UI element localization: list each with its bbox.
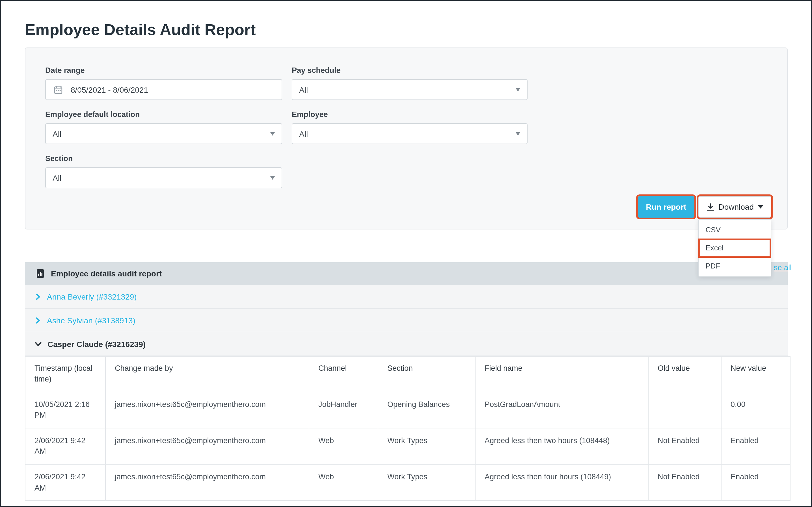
chevron-down-icon bbox=[516, 88, 520, 91]
actions-row: Run report Download CSV Excel PDF bbox=[45, 196, 771, 218]
employee-value: All bbox=[299, 129, 308, 138]
table-cell: Web bbox=[309, 464, 378, 501]
date-range-input[interactable]: 8/05/2021 - 8/06/2021 bbox=[45, 79, 282, 100]
table-cell: james.nixon+test65c@employmenthero.com bbox=[105, 428, 309, 464]
table-cell bbox=[648, 392, 721, 428]
column-header: Section bbox=[378, 356, 475, 392]
audit-table: Timestamp (local time) Change made by Ch… bbox=[25, 356, 791, 501]
date-range-label: Date range bbox=[45, 65, 282, 76]
employee-field: Employee All bbox=[292, 109, 528, 144]
table-row: 2/06/2021 9:42 AM james.nixon+test65c@em… bbox=[25, 464, 790, 501]
filter-panel: Date range 8/05/2021 - 8/06/ bbox=[25, 48, 788, 229]
employee-link[interactable]: Ashe Sylvian (#3138913) bbox=[47, 316, 136, 325]
section-value: All bbox=[53, 173, 61, 182]
table-cell: Opening Balances bbox=[378, 392, 475, 428]
report-section: Employee details audit report Anna Bever… bbox=[25, 262, 788, 501]
pay-schedule-field: Pay schedule All bbox=[292, 65, 528, 100]
app-window: Employee Details Audit Report Date range bbox=[0, 0, 812, 507]
screenshot-stage: Employee Details Audit Report Date range bbox=[0, 0, 812, 507]
column-header: Channel bbox=[309, 356, 378, 392]
section-label: Section bbox=[45, 153, 282, 164]
employee-name-expanded: Casper Claude (#3216239) bbox=[48, 339, 146, 348]
run-report-button[interactable]: Run report bbox=[638, 196, 694, 218]
table-cell: PostGradLoanAmount bbox=[475, 392, 648, 428]
chevron-right-icon bbox=[35, 317, 41, 324]
chevron-down-icon bbox=[270, 176, 275, 179]
table-cell: 10/05/2021 2:16 PM bbox=[25, 392, 105, 428]
table-row: 10/05/2021 2:16 PM james.nixon+test65c@e… bbox=[25, 392, 790, 428]
collapse-all-link[interactable]: se all bbox=[774, 263, 792, 272]
employee-default-location-label: Employee default location bbox=[45, 109, 282, 120]
column-header: Field name bbox=[475, 356, 648, 392]
chevron-down-icon bbox=[270, 132, 275, 135]
page: Employee Details Audit Report Date range bbox=[1, 20, 811, 507]
employee-select[interactable]: All bbox=[292, 123, 528, 144]
chevron-down-icon bbox=[35, 340, 42, 348]
table-cell: james.nixon+test65c@employmenthero.com bbox=[105, 464, 309, 501]
chevron-down-icon bbox=[516, 132, 520, 135]
date-range-field: Date range 8/05/2021 - 8/06/ bbox=[45, 65, 282, 100]
pay-schedule-select[interactable]: All bbox=[292, 79, 528, 100]
download-button[interactable]: Download bbox=[698, 196, 771, 218]
pay-schedule-label: Pay schedule bbox=[292, 65, 528, 76]
table-cell: 2/06/2021 9:42 AM bbox=[25, 428, 105, 464]
employee-label: Employee bbox=[292, 109, 528, 120]
chevron-down-icon bbox=[758, 205, 763, 209]
table-cell: Not Enabled bbox=[648, 428, 721, 464]
table-cell: Work Types bbox=[378, 464, 475, 501]
column-header: Change made by bbox=[105, 356, 309, 392]
date-range-value: 8/05/2021 - 8/06/2021 bbox=[71, 85, 148, 94]
column-header: New value bbox=[721, 356, 790, 392]
employee-row-anna[interactable]: Anna Beverly (#3321329) bbox=[25, 285, 788, 308]
employee-default-location-value: All bbox=[53, 129, 61, 138]
table-cell: 2/06/2021 9:42 AM bbox=[25, 464, 105, 501]
calendar-icon bbox=[54, 85, 63, 94]
menu-item-pdf[interactable]: PDF bbox=[699, 257, 771, 275]
table-row: 2/06/2021 9:42 AM james.nixon+test65c@em… bbox=[25, 428, 790, 464]
table-cell: james.nixon+test65c@employmenthero.com bbox=[105, 392, 309, 428]
table-cell: 0.00 bbox=[721, 392, 790, 428]
section-select[interactable]: All bbox=[45, 167, 282, 188]
employee-link[interactable]: Anna Beverly (#3321329) bbox=[47, 292, 137, 301]
table-header-row: Timestamp (local time) Change made by Ch… bbox=[25, 356, 790, 392]
download-wrap: Download CSV Excel PDF bbox=[698, 196, 771, 218]
table-cell: Enabled bbox=[721, 464, 790, 501]
table-cell: Enabled bbox=[721, 428, 790, 464]
pay-schedule-value: All bbox=[299, 85, 308, 94]
report-document-icon bbox=[36, 269, 45, 278]
report-header-title: Employee details audit report bbox=[51, 269, 162, 278]
employee-default-location-select[interactable]: All bbox=[45, 123, 282, 144]
page-title: Employee Details Audit Report bbox=[25, 20, 788, 40]
table-cell: Agreed less then two hours (108448) bbox=[475, 428, 648, 464]
employee-row-ashe[interactable]: Ashe Sylvian (#3138913) bbox=[25, 308, 788, 332]
column-header: Old value bbox=[648, 356, 721, 392]
download-menu: CSV Excel PDF bbox=[698, 219, 771, 277]
download-label: Download bbox=[718, 202, 754, 211]
table-cell: JobHandler bbox=[309, 392, 378, 428]
column-header: Timestamp (local time) bbox=[25, 356, 105, 392]
table-cell: Agreed less then four hours (108449) bbox=[475, 464, 648, 501]
employee-default-location-field: Employee default location All bbox=[45, 109, 282, 144]
menu-item-excel[interactable]: Excel bbox=[699, 239, 771, 257]
download-icon bbox=[706, 203, 714, 211]
report-header: Employee details audit report bbox=[25, 262, 788, 285]
table-cell: Web bbox=[309, 428, 378, 464]
employee-row-casper[interactable]: Casper Claude (#3216239) bbox=[25, 332, 788, 356]
table-cell: Not Enabled bbox=[648, 464, 721, 501]
section-field: Section All bbox=[45, 153, 282, 188]
chevron-right-icon bbox=[35, 293, 41, 300]
menu-item-csv[interactable]: CSV bbox=[699, 221, 771, 239]
table-cell: Work Types bbox=[378, 428, 475, 464]
